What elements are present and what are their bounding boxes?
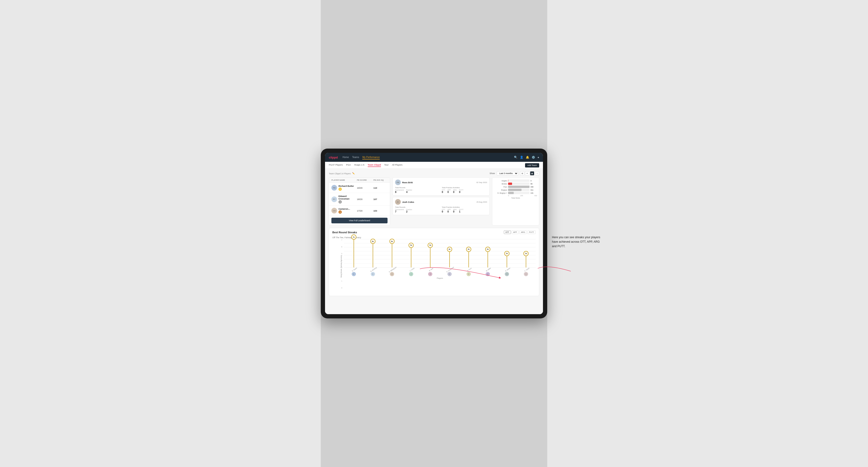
- streak-bar-line: [526, 256, 526, 268]
- bar-value: 499: [530, 186, 537, 188]
- streak-player-avatar: B: [371, 272, 375, 276]
- table-view-icon[interactable]: ↕: [535, 171, 539, 176]
- player-badge-2: 2: [338, 200, 342, 204]
- bar-label: Pars: [494, 186, 507, 188]
- subnav-all-players[interactable]: All Players: [392, 163, 402, 167]
- bar-track: [508, 186, 530, 188]
- bar-track: [508, 189, 530, 191]
- player-card-1: RB Rees Britt 02 Sep 2023 Total Rounds: [393, 177, 490, 195]
- subnav-team-clippd[interactable]: Team Clippd: [368, 163, 381, 167]
- lb-row: CA Cameron... 3 17/20 103: [329, 206, 390, 216]
- bar-row: Eagles 3: [494, 180, 537, 182]
- view-leaderboard-button[interactable]: View Full Leaderboard: [331, 218, 388, 223]
- nav-teams[interactable]: Teams: [352, 155, 359, 159]
- nav-links: Home Teams My Performance: [342, 155, 514, 159]
- bar-label: Birdies: [494, 183, 507, 185]
- subnav-pgat[interactable]: PGAT Players: [329, 163, 343, 167]
- lb-col-player: PLAYER NAME: [331, 179, 357, 181]
- streak-player-avatar: D: [390, 272, 394, 276]
- streak-tab-app[interactable]: APP: [512, 230, 519, 234]
- subnav-pga[interactable]: PGA: [346, 163, 351, 167]
- streak-tab-ott[interactable]: OTT: [504, 230, 511, 234]
- bar-track: [508, 180, 530, 182]
- grid-view-icon[interactable]: ⊞: [520, 171, 524, 176]
- streak-bar-group: 6x: [363, 239, 382, 268]
- add-team-button[interactable]: Add Team: [525, 163, 539, 167]
- bar-fill: [508, 192, 514, 194]
- subnav-hcaps[interactable]: Hcaps 1-5: [354, 163, 364, 167]
- bar-label: Eagles: [494, 180, 507, 182]
- bar-chart: Eagles 3 Birdies 96 Pars 499 Bogeys 311 …: [494, 180, 537, 194]
- avatar-1: RB: [331, 185, 337, 191]
- lb-score-1: 19/20: [357, 187, 373, 189]
- main-content: Team Clippd 14 Players ✏️ Show Last 3 mo…: [325, 169, 543, 314]
- user-icon[interactable]: 👤: [520, 156, 523, 159]
- nav-home[interactable]: Home: [342, 155, 349, 159]
- bell-icon[interactable]: 🔔: [526, 156, 529, 159]
- nav-my-performance[interactable]: My Performance: [362, 155, 379, 159]
- player-cards: RB Rees Britt 02 Sep 2023 Total Rounds: [393, 177, 490, 225]
- lb-player-2: EC Edward Crossman 2: [331, 195, 357, 204]
- lb-avg-1: 110: [373, 187, 388, 189]
- lb-avg-3: 103: [373, 210, 388, 212]
- streak-player-avatar: E: [447, 272, 452, 276]
- list-view-icon[interactable]: ≡: [525, 171, 529, 176]
- bar-chart-panel: Eagles 3 Birdies 96 Pars 499 Bogeys 311 …: [492, 177, 539, 225]
- bar-value: 3: [530, 180, 537, 182]
- edit-team-icon[interactable]: ✏️: [352, 172, 355, 175]
- team-title: Team Clippd 14 Players: [329, 172, 351, 175]
- team-controls: Show Last 3 months ⊞ ≡ ▦ ↕: [489, 171, 539, 176]
- streak-bar-group: 4x: [478, 239, 497, 268]
- bar-label: Bogeys: [494, 189, 507, 191]
- view-icons: ⊞ ≡ ▦ ↕: [520, 171, 539, 176]
- streak-tab-arg[interactable]: ARG: [519, 230, 527, 234]
- player-badge-3: 3: [338, 210, 342, 214]
- bar-fill: [508, 189, 522, 191]
- lb-col-pb-score: PB SCORE: [357, 179, 373, 181]
- period-select[interactable]: Last 3 months: [497, 171, 518, 176]
- practice-activities-label-1: Total Practice Activities: [442, 187, 487, 189]
- subnav-links: PGAT Players PGA Hcaps 1-5 Team Clippd T…: [329, 163, 402, 167]
- settings-icon[interactable]: ⚙️: [532, 156, 535, 159]
- player-name-3: Cameron...: [338, 208, 350, 210]
- team-player-count: 14 Players: [341, 173, 351, 175]
- streak-bubble: 5x: [408, 243, 414, 248]
- y-axis-labels: 7 6 5 4 3 2 1 0: [335, 239, 342, 289]
- player-name-2: Edward Crossman: [338, 195, 357, 200]
- nav-icons: 🔍 👤 🔔 ⚙️ ●: [514, 156, 539, 159]
- bar-value: 131: [530, 192, 537, 194]
- streak-tab-putt[interactable]: PUTT: [527, 230, 536, 234]
- streak-bar-line: [450, 251, 450, 268]
- pc-avatar-2: JC: [395, 199, 401, 205]
- pc-name-1: Rees Britt: [402, 181, 475, 184]
- streak-bar-group: 6x: [382, 239, 401, 268]
- streak-bubble: 5x: [428, 243, 433, 248]
- show-label: Show: [489, 172, 495, 175]
- pc-date-1: 02 Sep 2023: [476, 181, 487, 184]
- streaks-title: Best Round Streaks: [332, 231, 357, 234]
- streak-bar-group: 7x: [344, 239, 363, 268]
- team-header: Team Clippd 14 Players ✏️ Show Last 3 mo…: [329, 171, 539, 176]
- search-icon[interactable]: 🔍: [514, 156, 518, 159]
- subnav-tour[interactable]: Tour: [384, 163, 389, 167]
- annotation: Here you can see streaks your players ha…: [552, 235, 604, 249]
- streak-bar-group: 4x: [459, 239, 478, 268]
- card-view-icon[interactable]: ▦: [530, 171, 534, 176]
- streak-chart-wrapper: Best Streak, Fairway Accuracy 7 6 5 4 3 …: [332, 239, 536, 293]
- lb-col-pb-avg: PB AVG SQ: [373, 179, 388, 181]
- streak-bubble: 3x: [523, 251, 529, 256]
- pc-date-2: 26 Aug 2023: [476, 201, 487, 203]
- profile-icon[interactable]: ●: [537, 156, 539, 159]
- bar-label: D. Bogeys +: [494, 192, 507, 194]
- navbar: clippd Home Teams My Performance 🔍 👤 🔔 ⚙…: [325, 153, 543, 162]
- streak-bubble: 4x: [466, 247, 471, 252]
- streak-bubble: 6x: [390, 239, 395, 244]
- lb-player-1: RB Richard Butler 1: [331, 185, 357, 191]
- player-info-3: Cameron... 3: [338, 208, 350, 214]
- pc-name-2: Josh Coles: [402, 201, 475, 203]
- streaks-header: Best Round Streaks OTT APP ARG PUTT: [332, 230, 536, 234]
- streak-bar-group: 4x: [440, 239, 459, 268]
- streak-x-labels: E. EwertB. McHergD. BillinghamJ. ColesR.…: [344, 269, 536, 272]
- lb-row: EC Edward Crossman 2 18/20 107: [329, 193, 390, 206]
- avatar-2: EC: [331, 196, 337, 202]
